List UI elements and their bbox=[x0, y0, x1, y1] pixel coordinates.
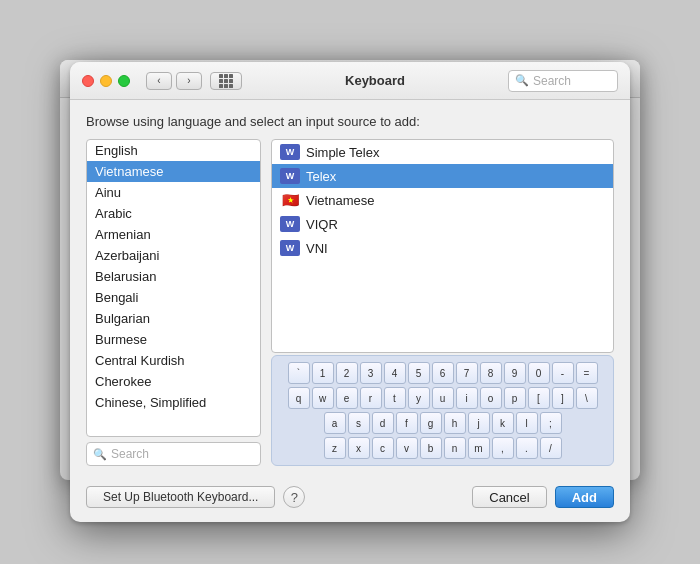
viqr-label: VIQR bbox=[306, 217, 338, 232]
kb-key-c: c bbox=[372, 437, 394, 459]
help-button[interactable]: ? bbox=[283, 486, 305, 508]
kb-key-8: 8 bbox=[480, 362, 502, 384]
search-placeholder: Search bbox=[533, 74, 571, 88]
kb-key-b: b bbox=[420, 437, 442, 459]
lang-item-bulgarian[interactable]: Bulgarian bbox=[87, 308, 260, 329]
lang-item-central-kurdish[interactable]: Central Kurdish bbox=[87, 350, 260, 371]
kb-key-k: k bbox=[492, 412, 514, 434]
kb-key-t: t bbox=[384, 387, 406, 409]
source-item-vietnamese[interactable]: 🇻🇳 Vietnamese bbox=[272, 188, 613, 212]
maximize-button[interactable] bbox=[118, 75, 130, 87]
lang-item-chinese-simplified[interactable]: Chinese, Simplified bbox=[87, 392, 260, 413]
nav-buttons: ‹ › bbox=[146, 72, 202, 90]
window-title: Keyboard bbox=[250, 73, 500, 88]
lang-search-icon: 🔍 bbox=[93, 448, 107, 461]
forward-button[interactable]: › bbox=[176, 72, 202, 90]
kb-key-l: l bbox=[516, 412, 538, 434]
kb-key-backslash: \ bbox=[576, 387, 598, 409]
kb-key-j: j bbox=[468, 412, 490, 434]
lang-search-placeholder: Search bbox=[111, 447, 149, 461]
lang-item-arabic[interactable]: Arabic bbox=[87, 203, 260, 224]
kb-key-4: 4 bbox=[384, 362, 406, 384]
kb-key-p: p bbox=[504, 387, 526, 409]
kb-key-h: h bbox=[444, 412, 466, 434]
kb-key-e: e bbox=[336, 387, 358, 409]
telex-icon: W bbox=[280, 168, 300, 184]
source-item-telex[interactable]: W Telex bbox=[272, 164, 613, 188]
dialog-body: Browse using language and select an inpu… bbox=[70, 100, 630, 478]
keyboard-dialog: ‹ › Keyboard 🔍 Search Browse using langu… bbox=[70, 62, 630, 522]
grid-view-button[interactable] bbox=[210, 72, 242, 90]
input-source-list: W Simple Telex W Telex 🇻🇳 Vietnamese W V… bbox=[271, 139, 614, 353]
kb-key-y: y bbox=[408, 387, 430, 409]
kb-key-o: o bbox=[480, 387, 502, 409]
kb-key-7: 7 bbox=[456, 362, 478, 384]
language-list: English Vietnamese Ainu Arabic Armenian … bbox=[86, 139, 261, 437]
kb-row-3: a s d f g h j k l ; bbox=[280, 412, 605, 434]
kb-key-f: f bbox=[396, 412, 418, 434]
titlebar: ‹ › Keyboard 🔍 Search bbox=[70, 62, 630, 100]
back-button[interactable]: ‹ bbox=[146, 72, 172, 90]
kb-key-9: 9 bbox=[504, 362, 526, 384]
instruction-text: Browse using language and select an inpu… bbox=[86, 114, 614, 129]
vietnamese-label: Vietnamese bbox=[306, 193, 374, 208]
kb-key-semicolon: ; bbox=[540, 412, 562, 434]
bluetooth-keyboard-button[interactable]: Set Up Bluetooth Keyboard... bbox=[86, 486, 275, 508]
kb-key-q: q bbox=[288, 387, 310, 409]
kb-key-equals: = bbox=[576, 362, 598, 384]
lang-item-azerbaijani[interactable]: Azerbaijani bbox=[87, 245, 260, 266]
simple-telex-icon: W bbox=[280, 144, 300, 160]
cancel-button[interactable]: Cancel bbox=[472, 486, 546, 508]
kb-key-slash: / bbox=[540, 437, 562, 459]
kb-key-6: 6 bbox=[432, 362, 454, 384]
lists-row: English Vietnamese Ainu Arabic Armenian … bbox=[86, 139, 614, 466]
search-icon: 🔍 bbox=[515, 74, 529, 87]
lang-item-ainu[interactable]: Ainu bbox=[87, 182, 260, 203]
kb-key-i: i bbox=[456, 387, 478, 409]
keyboard-preview: ` 1 2 3 4 5 6 7 8 9 0 - = bbox=[271, 355, 614, 466]
kb-row-2: q w e r t y u i o p [ ] \ bbox=[280, 387, 605, 409]
language-search[interactable]: 🔍 Search bbox=[86, 442, 261, 466]
kb-key-z: z bbox=[324, 437, 346, 459]
kb-key-w: w bbox=[312, 387, 334, 409]
grid-icon bbox=[219, 74, 233, 88]
kb-key-0: 0 bbox=[528, 362, 550, 384]
kb-key-rbracket: ] bbox=[552, 387, 574, 409]
titlebar-search[interactable]: 🔍 Search bbox=[508, 70, 618, 92]
footer-left: Set Up Bluetooth Keyboard... ? bbox=[86, 486, 305, 508]
kb-key-x: x bbox=[348, 437, 370, 459]
kb-key-m: m bbox=[468, 437, 490, 459]
close-button[interactable] bbox=[82, 75, 94, 87]
kb-key-period: . bbox=[516, 437, 538, 459]
viqr-icon: W bbox=[280, 216, 300, 232]
add-button[interactable]: Add bbox=[555, 486, 614, 508]
source-item-simple-telex[interactable]: W Simple Telex bbox=[272, 140, 613, 164]
kb-key-d: d bbox=[372, 412, 394, 434]
kb-key-2: 2 bbox=[336, 362, 358, 384]
kb-key-u: u bbox=[432, 387, 454, 409]
kb-row-1: ` 1 2 3 4 5 6 7 8 9 0 - = bbox=[280, 362, 605, 384]
lang-item-bengali[interactable]: Bengali bbox=[87, 287, 260, 308]
kb-key-lbracket: [ bbox=[528, 387, 550, 409]
kb-key-r: r bbox=[360, 387, 382, 409]
lang-item-armenian[interactable]: Armenian bbox=[87, 224, 260, 245]
lang-item-english[interactable]: English bbox=[87, 140, 260, 161]
kb-key-minus: - bbox=[552, 362, 574, 384]
minimize-button[interactable] bbox=[100, 75, 112, 87]
source-item-vni[interactable]: W VNI bbox=[272, 236, 613, 260]
source-item-viqr[interactable]: W VIQR bbox=[272, 212, 613, 236]
source-list-container: W Simple Telex W Telex 🇻🇳 Vietnamese W V… bbox=[271, 139, 614, 466]
lang-item-vietnamese[interactable]: Vietnamese bbox=[87, 161, 260, 182]
lang-item-cherokee[interactable]: Cherokee bbox=[87, 371, 260, 392]
lang-item-burmese[interactable]: Burmese bbox=[87, 329, 260, 350]
kb-key-3: 3 bbox=[360, 362, 382, 384]
kb-key-g: g bbox=[420, 412, 442, 434]
simple-telex-label: Simple Telex bbox=[306, 145, 379, 160]
footer-right: Cancel Add bbox=[472, 486, 614, 508]
telex-label: Telex bbox=[306, 169, 336, 184]
language-list-container: English Vietnamese Ainu Arabic Armenian … bbox=[86, 139, 261, 466]
kb-key-a: a bbox=[324, 412, 346, 434]
lang-item-belarusian[interactable]: Belarusian bbox=[87, 266, 260, 287]
kb-key-5: 5 bbox=[408, 362, 430, 384]
vietnamese-flag-icon: 🇻🇳 bbox=[280, 192, 300, 208]
